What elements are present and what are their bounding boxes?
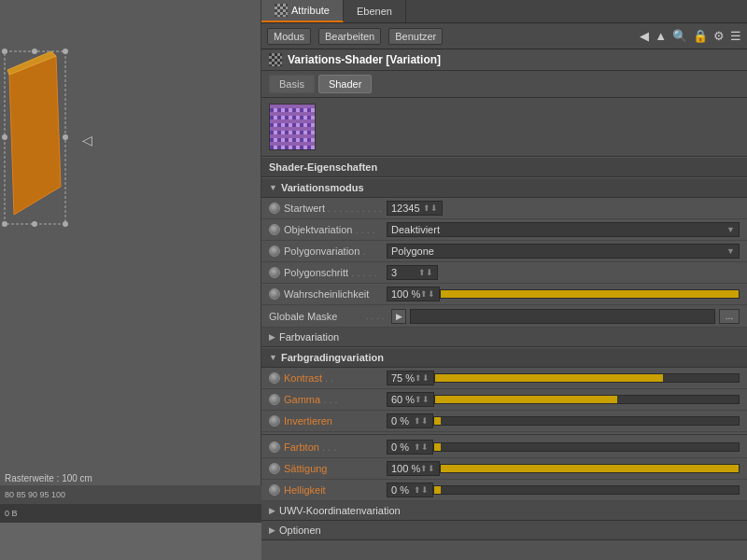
startwert-label: Startwert . . . . . . . . . . [284, 203, 387, 214]
wahrscheinlichkeit-radio[interactable] [269, 288, 280, 300]
dropdown-arrow-icon: ▼ [726, 225, 735, 234]
kontrast-slider[interactable] [434, 373, 740, 383]
kontrast-number[interactable]: 75 % ⬆⬇ [387, 371, 434, 385]
startwert-arrows: ⬆⬇ [423, 203, 438, 213]
farbton-number[interactable]: 0 % ⬆⬇ [387, 440, 433, 455]
helligkeit-slider[interactable] [433, 485, 740, 495]
kontrast-row: Kontrast . . 75 % ⬆⬇ [261, 368, 747, 389]
menu-icon[interactable]: ☰ [730, 29, 741, 43]
helligkeit-number[interactable]: 0 % ⬆⬇ [387, 483, 433, 497]
globale-arrow-button[interactable]: ▶ [391, 309, 406, 324]
polygonvariation-dropdown[interactable]: Polygone ▼ [387, 244, 740, 259]
saettigung-arrows: ⬆⬇ [420, 464, 435, 473]
bearbeiten-button[interactable]: Bearbeiten [318, 28, 381, 45]
viewport: ◁ Rasterweite : 100 cm 80 85 90 95 100 0… [0, 0, 261, 523]
objektvariation-row: Objektvariation . . . . Deaktiviert ▼ [261, 219, 747, 241]
tab-ebenen[interactable]: Ebenen [344, 0, 406, 22]
separator-1 [261, 434, 747, 435]
helligkeit-fill [434, 486, 441, 494]
saettigung-slider-container [440, 464, 740, 473]
objektvariation-radio[interactable] [269, 224, 280, 235]
helligkeit-label: Helligkeit [284, 484, 387, 496]
invertieren-fill [434, 417, 441, 425]
arrow-left-icon[interactable]: ◀ [640, 29, 649, 43]
settings-icon[interactable]: ⚙ [713, 29, 725, 43]
variationsmodus-header[interactable]: Variationsmodus [261, 177, 747, 198]
wahrscheinlichkeit-arrows: ⬆⬇ [420, 289, 435, 299]
farbvariation-header[interactable]: Farbvariation [261, 328, 747, 347]
invertieren-label: Invertieren [284, 415, 387, 427]
modus-button[interactable]: Modus [267, 28, 311, 45]
arrow-up-icon[interactable]: ▲ [655, 29, 667, 43]
objektvariation-value: Deaktiviert [391, 224, 440, 235]
polygonschritt-radio[interactable] [269, 267, 280, 278]
uwv-header[interactable]: UWV-Koordinatenvariation [261, 501, 747, 521]
polygonvariation-radio[interactable] [269, 245, 280, 257]
wahrscheinlichkeit-row: Wahrscheinlichkeit 100 % ⬆⬇ [261, 284, 747, 305]
sub-tab-basis[interactable]: Basis [269, 75, 315, 93]
invertieren-value: 0 % [391, 415, 409, 427]
ruler-bar: 80 85 90 95 100 [0, 485, 261, 504]
wahrscheinlichkeit-value: 100 % [391, 288, 420, 300]
right-panel: Attribute Ebenen Modus Bearbeiten Benutz… [261, 0, 747, 560]
gamma-number[interactable]: 60 % ⬆⬇ [387, 392, 434, 407]
invertieren-radio[interactable] [269, 415, 280, 427]
globale-maske-label: Globale Maske [269, 311, 362, 322]
saettigung-slider[interactable] [440, 464, 740, 473]
globale-maske-row: Globale Maske . . . . ▶ ... [261, 305, 747, 328]
farbgradingvariation-header[interactable]: Farbgradingvariation [261, 347, 747, 368]
search-icon[interactable]: 🔍 [672, 29, 687, 43]
helligkeit-radio[interactable] [269, 484, 280, 496]
toolbar: Modus Bearbeiten Benutzer ◀ ▲ 🔍 🔒 ⚙ ☰ [261, 23, 747, 49]
farbgradingvariation-label: Farbgradingvariation [281, 352, 384, 363]
viewport-3d-scene: ◁ [0, 0, 261, 485]
farbton-value: 0 % [391, 441, 409, 453]
polygonvariation-label: Polygonvariation . [284, 245, 387, 257]
saettigung-radio[interactable] [269, 463, 280, 474]
attribute-tab-icon [275, 4, 288, 17]
farbvariation-label: Farbvariation [279, 331, 339, 343]
optionen-header[interactable]: Optionen [261, 521, 747, 540]
kontrast-label: Kontrast . . [284, 372, 387, 384]
polygonschritt-arrows: ⬆⬇ [418, 268, 433, 277]
svg-point-5 [2, 221, 7, 227]
globale-field[interactable] [410, 309, 715, 324]
gamma-radio[interactable] [269, 394, 280, 405]
saettigung-number[interactable]: 100 % ⬆⬇ [387, 461, 440, 476]
startwert-value[interactable]: 12345 ⬆⬇ [387, 201, 443, 216]
kontrast-radio[interactable] [269, 372, 280, 384]
farbton-radio[interactable] [269, 441, 280, 453]
sub-tabs: Basis Shader [261, 71, 747, 98]
shader-eigenschaften-label: Shader-Eigenschaften [269, 161, 377, 173]
polygonschritt-number[interactable]: 3 ⬆⬇ [387, 265, 438, 280]
objektvariation-dropdown[interactable]: Deaktiviert ▼ [387, 222, 740, 237]
wahrscheinlichkeit-number[interactable]: 100 % ⬆⬇ [387, 287, 440, 301]
invertieren-slider-container [433, 416, 740, 426]
shader-checker-icon [269, 53, 282, 66]
helligkeit-value: 0 % [391, 484, 409, 496]
farbton-slider[interactable] [433, 442, 740, 452]
wahrscheinlichkeit-slider[interactable] [440, 289, 740, 299]
tab-ebenen-label: Ebenen [357, 6, 392, 17]
ruler-marks: 80 85 90 95 100 [5, 490, 65, 499]
invertieren-slider[interactable] [433, 416, 740, 426]
svg-text:◁: ◁ [82, 133, 92, 147]
benutzer-button[interactable]: Benutzer [388, 28, 443, 45]
sub-tab-shader[interactable]: Shader [318, 75, 372, 93]
shader-header: Variations-Shader [Variation] [261, 49, 747, 71]
tab-attribute[interactable]: Attribute [261, 0, 344, 22]
svg-point-10 [32, 221, 37, 227]
uwv-label: UWV-Koordinatenvariation [279, 505, 401, 516]
startwert-text: 12345 [391, 203, 420, 214]
svg-point-8 [63, 134, 68, 140]
gamma-slider[interactable] [434, 395, 740, 404]
invertieren-number[interactable]: 0 % ⬆⬇ [387, 413, 433, 428]
lock-icon[interactable]: 🔒 [693, 29, 708, 43]
shader-title: Variations-Shader [Variation] [288, 53, 441, 66]
kontrast-slider-container [434, 373, 740, 383]
globale-dots-button[interactable]: ... [719, 309, 740, 324]
startwert-radio[interactable] [269, 203, 280, 214]
status-0b: 0 B [5, 509, 18, 518]
svg-point-6 [63, 221, 68, 227]
tab-attribute-label: Attribute [291, 5, 330, 16]
